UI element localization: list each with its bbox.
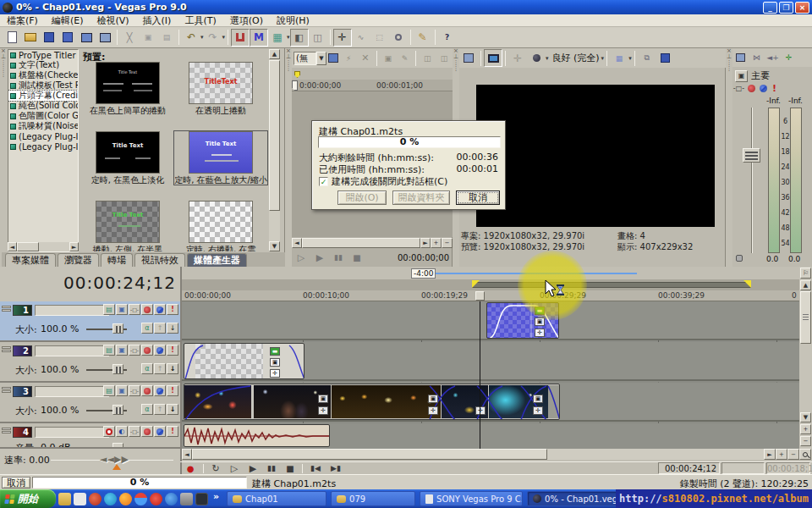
mute-icon[interactable] [154, 426, 166, 437]
trimmer-h-scrollbar[interactable]: ◄ ► + − [292, 238, 453, 248]
list-item[interactable]: (Legacy Plug-In [8, 131, 78, 141]
bus-solo-icon[interactable]: ! [772, 83, 776, 94]
preview-quality-label[interactable]: 良好 (完全) [552, 52, 600, 64]
quicklaunch-opera-icon[interactable] [150, 493, 162, 505]
automation-gear-icon[interactable] [141, 304, 153, 315]
split-chevron-icon[interactable]: ▾ [628, 55, 632, 62]
zoom-tool-button[interactable] [799, 449, 811, 460]
open-button[interactable]: 開啟(O) [337, 190, 387, 205]
menu-tools[interactable]: 工具(T) [178, 14, 222, 27]
list-h-scrollbar[interactable]: ◄ ► [8, 242, 79, 251]
taskbar-task-079[interactable]: 079 [331, 491, 415, 506]
envelope-toggle[interactable]: M [250, 29, 268, 47]
v-scroll-thumb[interactable] [800, 291, 811, 344]
h-scroll-right-button[interactable]: ► [764, 449, 776, 460]
volume-value[interactable]: 0.0 dB [41, 442, 71, 449]
open-folder-button[interactable]: 開啟資料夾 [392, 190, 450, 205]
mute-icon[interactable] [154, 304, 166, 315]
trimmer-edit-button[interactable]: ✎ [397, 49, 414, 67]
volume-slider-handle[interactable] [112, 443, 123, 449]
v-zoom-out-button[interactable]: − [800, 436, 811, 446]
tab-explorer[interactable]: 瀏覽器 [58, 253, 99, 267]
list-item[interactable]: (Legacy Plug-In [8, 141, 78, 152]
h-zoom-in-button[interactable]: + [776, 449, 787, 460]
restore-button[interactable]: ❐ [779, 2, 793, 14]
make-parent-icon[interactable]: ↑ [154, 323, 166, 334]
master-bus-header[interactable]: ▣ 主要 [734, 69, 770, 82]
master-fader-handle[interactable] [743, 148, 760, 163]
envelope-edit-tool[interactable]: ∿ [352, 29, 370, 47]
size-slider-handle[interactable] [112, 405, 123, 415]
event-pan-icon[interactable]: ✛ [533, 406, 543, 415]
quicklaunch-vegas-icon[interactable] [195, 493, 208, 505]
preset-cell[interactable]: TitleText 在透明上捲動 [174, 62, 267, 115]
menu-help[interactable]: 說明(H) [270, 14, 316, 27]
track-number-badge[interactable]: 4 [13, 427, 32, 438]
track-name-field[interactable] [35, 345, 109, 356]
list-item[interactable]: 棋盤格(Checkerb [8, 70, 78, 80]
preset-thumbnail[interactable]: Title Text [96, 201, 160, 243]
quicklaunch-camera-icon[interactable] [180, 493, 193, 505]
preset-thumbnail[interactable]: Title Text [96, 131, 160, 174]
list-item[interactable]: 文字(Text) [8, 60, 78, 70]
preset-thumbnail[interactable]: TitleText [189, 62, 253, 104]
taskbar-task-sony-doc[interactable]: SONY Vegas Pro 9 C... [420, 491, 523, 506]
copy-button[interactable]: ▣ [139, 29, 157, 47]
trimmer-media-icon[interactable] [326, 49, 340, 67]
track-drag-handle[interactable] [2, 345, 11, 378]
list-item[interactable]: 訊噪材質(Noise [8, 121, 78, 131]
project-properties-icon[interactable] [459, 49, 478, 67]
help-button[interactable]: ? [438, 29, 457, 47]
properties-button[interactable] [77, 29, 96, 47]
zoom-edit-tool[interactable] [389, 29, 408, 47]
dropdown-arrow-icon[interactable]: ▼ [316, 52, 326, 65]
save-button[interactable] [40, 29, 58, 47]
video-event[interactable]: ▣ ✛ ▣ ✛ ✛ ▣ ✛ [184, 384, 560, 420]
trimmer-fx-button[interactable]: ⚡ [340, 49, 357, 67]
loop-playback-button[interactable]: ↻ [206, 463, 225, 474]
record-button[interactable]: ● [180, 464, 200, 473]
downmix-icon[interactable]: ⋈ [749, 49, 765, 67]
selection-start-timecode[interactable]: 00:00:24;12 [658, 462, 720, 474]
taskbar-task-chap01[interactable]: Chap01 [227, 491, 326, 506]
title-event[interactable]: ▬ ▣ ✛ [486, 302, 559, 339]
quantize-toggle[interactable]: ▦ [268, 29, 287, 47]
event-crop-icon[interactable]: ▣ [428, 395, 438, 403]
trimmer-play-button[interactable]: ▶ [310, 252, 329, 263]
make-child-icon[interactable]: ↓ [167, 404, 178, 415]
normal-edit-tool[interactable]: ✛ [333, 29, 352, 47]
track-number-badge[interactable]: 1 [13, 305, 32, 316]
status-cancel-button[interactable]: 取消 [2, 477, 30, 489]
panel-grip[interactable]: ×⊥⋮⋮ [285, 48, 292, 267]
checkbox-box[interactable]: ✓ [319, 177, 328, 186]
trimmer-ruler[interactable]: 0:00:00;00 00:00:01;00 [292, 80, 453, 91]
menu-insert[interactable]: 插入(I) [136, 14, 178, 27]
audio-event[interactable] [184, 424, 330, 447]
layers-icon[interactable]: ▤ [103, 385, 115, 396]
marker-tool-button[interactable]: ⚐ [800, 268, 811, 279]
generator-list[interactable]: ProType Titler 文字(Text) 棋盤格(Checkerb 測試模… [8, 49, 79, 252]
scroll-down-button[interactable]: ▼ [800, 412, 811, 422]
title-event[interactable]: ▬ ▣ ✛ [184, 343, 304, 379]
solo-icon[interactable]: ! [167, 385, 178, 396]
new-project-button[interactable] [3, 29, 21, 47]
quality-chevron-icon[interactable]: ▾ [546, 55, 549, 62]
menu-edit[interactable]: 編輯(E) [45, 14, 91, 27]
event-pan-icon[interactable]: ✛ [428, 406, 438, 415]
close-button[interactable]: × [795, 2, 809, 14]
title-bar[interactable]: 0% - Chap01.veg - Vegas Pro 9.0 _ ❐ × [0, 0, 812, 14]
track-number-badge[interactable]: 2 [13, 345, 32, 356]
pencil-tool[interactable]: ✎ [414, 29, 432, 47]
trimmer-remove-button[interactable]: ✕ [357, 49, 374, 67]
trimmer-save-button[interactable]: ▣ [380, 49, 397, 67]
play-button[interactable]: ▶ [244, 463, 262, 474]
timeline-h-scrollbar[interactable]: ◄ [182, 449, 764, 460]
fader-lock-icon[interactable] [736, 255, 743, 262]
undo-button[interactable]: ↶ [182, 29, 200, 47]
master-fader-track[interactable] [751, 108, 753, 253]
overlay-toggle-icon[interactable]: ✛ [508, 49, 527, 67]
cursor-handle[interactable] [475, 291, 485, 301]
close-dialog-checkbox[interactable]: ✓ 建構完成後關閉此對話框(C) [319, 175, 447, 188]
make-child-icon[interactable]: ↓ [167, 363, 178, 374]
track-header-2[interactable]: 2 ▤ ▣ -□- ! 大小: 100.0 % α ↑ ↓ [0, 342, 180, 383]
